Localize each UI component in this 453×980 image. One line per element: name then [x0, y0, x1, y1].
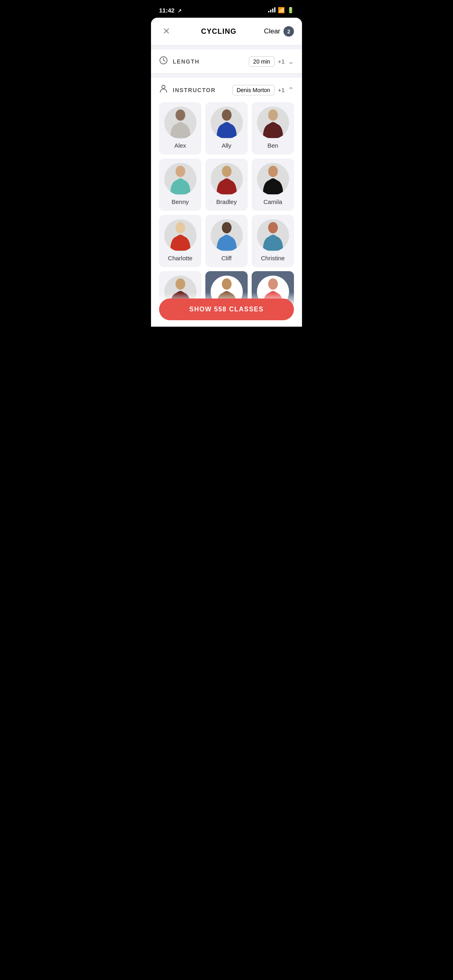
instructor-card-bradley[interactable]: Bradley: [205, 159, 248, 211]
instructor-avatar-camila: [257, 163, 289, 195]
svg-point-10: [176, 222, 185, 233]
svg-point-12: [268, 222, 278, 233]
instructor-avatar-charlotte: [164, 219, 197, 251]
instructor-avatar-alex: [164, 107, 197, 139]
svg-point-15: [268, 278, 278, 290]
chevron-up-icon: ⌃: [288, 86, 294, 95]
instructor-name-cliff: Cliff: [221, 255, 232, 261]
instructor-section: INSTRUCTOR Denis Morton +1 ⌃ AlexAllyBen…: [151, 78, 302, 327]
instructor-grid: AlexAllyBenBennyBradleyCamilaCharlotteCl…: [159, 102, 294, 323]
main-container: ✕ CYCLING Clear 2 LENGTH: [151, 18, 302, 327]
clock-icon: [159, 56, 168, 67]
page-title: CYCLING: [201, 27, 236, 36]
instructor-card-ally[interactable]: Ally: [205, 102, 248, 154]
status-icons: 📶 🔋: [268, 7, 294, 13]
length-tag[interactable]: 20 min: [249, 56, 275, 67]
instructor-avatar-benny: [164, 163, 197, 195]
svg-line-2: [163, 60, 165, 61]
instructor-name-ben: Ben: [267, 142, 278, 149]
instructor-card-camila[interactable]: Camila: [252, 159, 294, 211]
chevron-down-icon: ⌄: [288, 57, 294, 66]
instructor-avatar-christine: [257, 219, 289, 251]
svg-point-9: [268, 166, 278, 177]
svg-point-7: [176, 166, 185, 177]
clear-button[interactable]: Clear 2: [264, 26, 294, 37]
instructor-name-charlotte: Charlotte: [168, 255, 192, 261]
length-extra-count: +1: [278, 58, 285, 65]
instructor-name-bradley: Bradley: [216, 198, 237, 205]
status-time: 11:42 ↗: [159, 7, 182, 14]
scroll-content[interactable]: ✕ CYCLING Clear 2 LENGTH: [151, 18, 302, 327]
status-bar: 11:42 ↗ 📶 🔋: [151, 0, 302, 18]
instructor-name-alex: Alex: [174, 142, 186, 149]
svg-point-13: [176, 278, 185, 290]
instructor-extra-count: +1: [278, 86, 285, 93]
svg-point-3: [162, 85, 165, 89]
length-filter-row: LENGTH 20 min +1 ⌄: [159, 56, 294, 67]
instructor-name-christine: Christine: [261, 255, 285, 261]
instructor-name-camila: Camila: [263, 198, 282, 205]
show-button-container: SHOW 558 CLASSES: [151, 292, 302, 327]
svg-point-5: [222, 109, 232, 121]
instructor-tag[interactable]: Denis Morton: [232, 85, 275, 95]
clear-label: Clear: [264, 27, 280, 35]
instructor-avatar-ally: [211, 107, 243, 139]
battery-icon: 🔋: [287, 7, 294, 13]
instructor-card-ben[interactable]: Ben: [252, 102, 294, 154]
instructor-filter-left: INSTRUCTOR: [159, 84, 216, 96]
length-label: LENGTH: [173, 58, 200, 65]
instructor-name-ally: Ally: [221, 142, 231, 149]
instructor-filter-right: Denis Morton +1 ⌃: [232, 85, 294, 95]
instructor-name-benny: Benny: [172, 198, 189, 205]
instructor-card-charlotte[interactable]: Charlotte: [159, 215, 201, 267]
instructor-label: INSTRUCTOR: [173, 87, 216, 93]
instructor-avatar-bradley: [211, 163, 243, 195]
instructor-avatar-ben: [257, 107, 289, 139]
instructor-card-benny[interactable]: Benny: [159, 159, 201, 211]
instructor-card-alex[interactable]: Alex: [159, 102, 201, 154]
length-filter-right: 20 min +1 ⌄: [249, 56, 294, 67]
clear-badge: 2: [283, 26, 294, 37]
length-filter-section: LENGTH 20 min +1 ⌄: [151, 49, 302, 74]
instructor-card-cliff[interactable]: Cliff: [205, 215, 248, 267]
svg-point-14: [222, 278, 232, 290]
instructor-header: INSTRUCTOR Denis Morton +1 ⌃: [159, 84, 294, 96]
signal-icon: [268, 8, 275, 12]
length-filter-left: LENGTH: [159, 56, 200, 67]
svg-point-4: [176, 109, 185, 121]
svg-point-8: [222, 166, 232, 177]
instructor-icon: [159, 84, 168, 96]
instructor-card-christine[interactable]: Christine: [252, 215, 294, 267]
svg-point-6: [268, 109, 278, 121]
close-button[interactable]: ✕: [159, 24, 174, 39]
instructor-avatar-cliff: [211, 219, 243, 251]
header: ✕ CYCLING Clear 2: [151, 18, 302, 45]
show-classes-button[interactable]: SHOW 558 CLASSES: [159, 299, 294, 320]
wifi-icon: 📶: [278, 7, 285, 13]
svg-point-11: [222, 222, 232, 233]
